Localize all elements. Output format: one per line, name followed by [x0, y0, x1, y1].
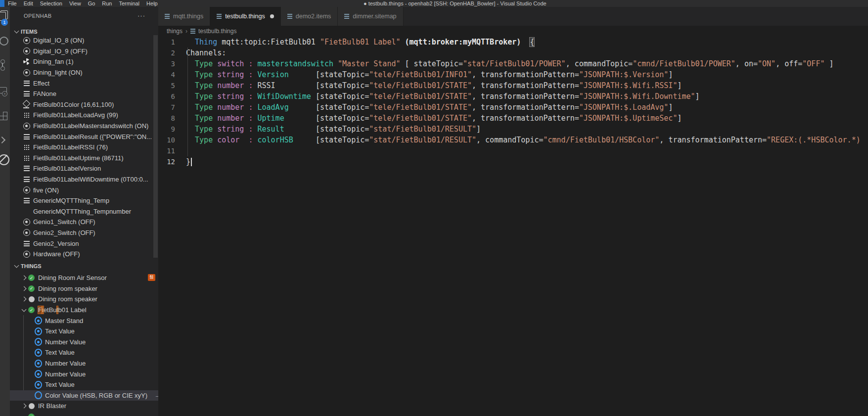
- menu-go[interactable]: Go: [85, 0, 99, 7]
- item-row-Digital_IO_9[interactable]: Digital_IO_9 (OFF): [10, 46, 158, 57]
- tab-dimmer.sitemap[interactable]: dimmer.sitemap: [338, 7, 403, 26]
- item-row-Genio2_Version[interactable]: Genio2_Version: [10, 238, 158, 249]
- item-row-FietBulb01LabelResult[interactable]: FietBulb01LabelResult ({"POWER":"ON...: [10, 131, 158, 142]
- thing-row-ir-blaster[interactable]: IR Blaster: [10, 401, 158, 412]
- item-row-FietBulb01Color[interactable]: FietBulb01Color (16,61,100): [10, 99, 158, 110]
- item-label: Hardware (OFF): [33, 250, 80, 258]
- switch-item-icon: [23, 250, 30, 258]
- code-line-6[interactable]: 6 Type string : WifiDowntime [stateTopic…: [158, 91, 868, 102]
- menu-file[interactable]: File: [4, 0, 20, 7]
- run-chevron-icon[interactable]: [0, 134, 9, 147]
- chevron-right-icon[interactable]: [20, 274, 28, 282]
- openhab-icon[interactable]: [0, 153, 9, 167]
- item-row-Digital_IO_8[interactable]: Digital_IO_8 (ON): [10, 35, 158, 46]
- code-line-1[interactable]: 1 Thing mqtt:topic:FietBulb01 "FietBulb0…: [158, 37, 868, 47]
- things-section-header[interactable]: THINGS: [10, 261, 158, 271]
- item-row-GenericMQTTThing_Temp[interactable]: GenericMQTTThing_Temp: [10, 195, 158, 206]
- thing-row-text-value[interactable]: Text Value: [10, 379, 158, 390]
- item-label: FietBulb01LabelUptime (86711): [33, 154, 124, 162]
- code-line-9[interactable]: 9 Type string : Result [stateTopic="stat…: [158, 124, 868, 135]
- item-row-Dining_light[interactable]: Dining_light (ON): [10, 67, 158, 78]
- thing-row-text-value[interactable]: Text Value: [10, 326, 158, 337]
- thing-row-dining-room-speaker[interactable]: Dining room speaker: [10, 294, 158, 305]
- tab-demo2.items[interactable]: demo2.items: [281, 7, 338, 26]
- string-item-icon: [24, 177, 30, 182]
- go-to-channel-arrow-icon[interactable]: →: [154, 392, 158, 399]
- item-row-FietBulb01LabelRSSI[interactable]: FietBulb01LabelRSSI (76): [10, 142, 158, 153]
- menu-edit[interactable]: Edit: [20, 0, 37, 7]
- code-line-4[interactable]: 4 Type string : Version [stateTopic="tel…: [158, 69, 868, 80]
- item-label: GenericMQTTThing_Tempnumber: [33, 208, 131, 215]
- code-line-8[interactable]: 8 Type number : Uptime [stateTopic="tele…: [158, 113, 868, 124]
- extensions-icon[interactable]: [0, 111, 9, 125]
- sidebar: OPENHAB ··· ITEMS Digital_IO_8 (ON)Digit…: [10, 7, 158, 416]
- remote-explorer-icon[interactable]: ×: [0, 85, 9, 99]
- code-line-10[interactable]: 10 Type color : colorHSB [stateTopic="st…: [158, 135, 868, 145]
- chevron-spacer: [20, 413, 28, 416]
- item-row-GenericMQTTThing_Tempnumber[interactable]: GenericMQTTThing_Tempnumber: [10, 206, 158, 217]
- code-line-12[interactable]: 12}: [158, 156, 868, 167]
- menu-selection[interactable]: Selection: [37, 0, 66, 7]
- item-row-FietBulb01LabelVersion[interactable]: FietBulb01LabelVersion: [10, 163, 158, 174]
- menu-help[interactable]: Help: [143, 0, 161, 7]
- app-logo-icon[interactable]: [0, 0, 4, 7]
- code-line-5[interactable]: 5 Type number : RSSI [stateTopic="tele/F…: [158, 80, 868, 91]
- item-row-Genio2_Switch[interactable]: Genio2_Switch (OFF): [10, 228, 158, 238]
- tree-filter-badge: fil: [148, 274, 155, 281]
- item-row-Effect[interactable]: Effect: [10, 78, 158, 89]
- thing-row-master-stand[interactable]: Master Stand: [10, 315, 158, 326]
- item-row-FietBulb01LabelWifiDowntime[interactable]: FietBulb01LabelWifiDowntime (0T00:0...: [10, 174, 158, 185]
- thing-row-number-value[interactable]: Number Value: [10, 337, 158, 348]
- things-section-label: THINGS: [21, 263, 42, 269]
- chevron-right-icon[interactable]: [20, 402, 28, 410]
- menu-view[interactable]: View: [66, 0, 85, 7]
- search-icon[interactable]: [0, 35, 9, 48]
- tab-testbulb.things[interactable]: testbulb.things: [210, 7, 281, 26]
- things-tree: Dining Room Air SensorfilDining room spe…: [10, 273, 158, 416]
- code-line-7[interactable]: 7 Type number : LoadAvg [stateTopic="tel…: [158, 102, 868, 113]
- code-editor[interactable]: 1 Thing mqtt:topic:FietBulb01 "FietBulb0…: [158, 37, 868, 167]
- code-line-11[interactable]: 11: [158, 145, 868, 156]
- breadcrumb-folder[interactable]: things: [167, 28, 183, 35]
- string-item-icon: [24, 134, 30, 139]
- thing-row-text-value[interactable]: Text Value: [10, 347, 158, 358]
- thing-row-number-value[interactable]: Number Value: [10, 369, 158, 379]
- file-list-icon: [217, 14, 222, 19]
- item-row-Genio1_Switch[interactable]: Genio1_Switch (OFF): [10, 217, 158, 228]
- line-content: Type color : colorHSB [stateTopic="stat/…: [186, 135, 861, 145]
- sidebar-scrollbar[interactable]: [153, 35, 158, 258]
- item-row-FANone[interactable]: FANone: [10, 89, 158, 99]
- thing-row-number-value[interactable]: Number Value: [10, 358, 158, 369]
- channel-ring-icon: [35, 391, 42, 399]
- tab-mqtt.things[interactable]: mqtt.things: [158, 7, 210, 26]
- source-control-icon[interactable]: [0, 58, 9, 72]
- more-actions-icon[interactable]: ···: [137, 12, 145, 19]
- thing-row-fietbulb01-label[interactable]: FietBulb01 Label: [10, 305, 158, 316]
- chevron-right-icon[interactable]: [20, 295, 28, 303]
- menu-run[interactable]: Run: [98, 0, 115, 7]
- chevron-down-icon[interactable]: [20, 306, 28, 314]
- menu-terminal[interactable]: Terminal: [116, 0, 143, 7]
- chevron-right-icon[interactable]: [20, 284, 28, 292]
- line-number: 11: [158, 145, 175, 156]
- thing-row-color-value-hsb-rgb-or-cie-xyy-[interactable]: Color Value (HSB, RGB or CIE xyY)→: [10, 390, 158, 401]
- channel-icon: [35, 327, 42, 335]
- thing-row-dining-room-air-sensor[interactable]: Dining Room Air Sensorfil: [10, 273, 158, 283]
- code-line-2[interactable]: 2Channels:: [158, 47, 868, 58]
- string-item-icon: [23, 133, 30, 140]
- thing-row-fietbulb01-label[interactable]: [10, 412, 158, 416]
- code-line-3[interactable]: 3 Type switch : masterstandswitch "Maste…: [158, 58, 868, 69]
- item-row-five[interactable]: five (ON): [10, 185, 158, 195]
- item-row-FietBulb01LabelUptime[interactable]: FietBulb01LabelUptime (86711): [10, 153, 158, 164]
- item-label: Dining_light (ON): [33, 69, 83, 76]
- item-row-Hardware[interactable]: Hardware (OFF): [10, 249, 158, 260]
- item-row-FietBulb01LabelMasterstandswitch[interactable]: FietBulb01LabelMasterstandswitch (ON): [10, 121, 158, 132]
- color-item-icon: [23, 101, 30, 108]
- switch-item-icon: [23, 69, 30, 76]
- item-row-FietBulb01LabelLoadAvg[interactable]: FietBulb01LabelLoadAvg (99): [10, 110, 158, 121]
- item-row-Dining_fan[interactable]: Dining_fan (1): [10, 56, 158, 67]
- breadcrumb-file[interactable]: testbulb.things: [198, 28, 236, 35]
- item-label: Genio2_Switch (OFF): [33, 229, 95, 236]
- thing-row-dining-room-speaker[interactable]: Dining room speaker: [10, 283, 158, 294]
- channel-icon: [35, 338, 42, 346]
